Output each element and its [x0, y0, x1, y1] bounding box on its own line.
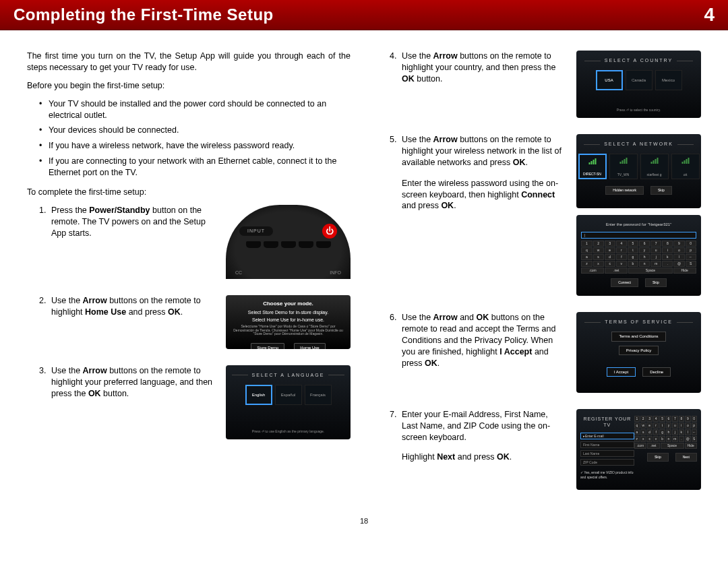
step-2: 2. Use the Arrow buttons on the remote t…: [39, 295, 351, 349]
step-6: 6. Use the Arrow and OK buttons on the r…: [390, 312, 701, 393]
step-3-text: Use the Arrow buttons on the remote to h…: [51, 365, 214, 400]
step-6-text: Use the Arrow and OK buttons on the remo…: [402, 312, 564, 369]
step-7: 7. Enter your E-mail Address, First Name…: [390, 409, 701, 490]
step-5-text: Use the Arrow buttons on the remote to h…: [402, 134, 564, 218]
step-4-text: Use the Arrow buttons on the remote to h…: [402, 51, 564, 85]
before-item: If you have a wireless network, have the…: [39, 140, 351, 152]
before-list: Your TV should be installed and the powe…: [39, 98, 351, 179]
tos-thumbnail: TERMS OF SERVICE Terms and Conditions Pr…: [576, 312, 701, 393]
before-item: Your TV should be installed and the powe…: [39, 98, 351, 121]
step-7-text: Enter your E-mail Address, First Name, L…: [402, 409, 564, 470]
step-1-text: Press the Power/Standby button on the re…: [51, 205, 214, 239]
page-number: 18: [0, 513, 728, 533]
step-1: 1. Press the Power/Standby button on the…: [39, 205, 351, 279]
network-thumbnail: SELECT A NETWORK DIRECT-SN TV_WN starfle…: [576, 134, 701, 208]
steps-left: 1. Press the Power/Standby button on the…: [39, 205, 351, 439]
password-thumbnail: Enter the password for "Netgear321" | 12…: [576, 215, 701, 296]
chapter-number: 4: [704, 4, 715, 26]
before-item: Your devices should be connected.: [39, 125, 351, 136]
page-body: The first time you turn on the TV, the S…: [0, 30, 728, 513]
mode-thumbnail: Choose your mode. Select Store Demo for …: [226, 295, 351, 349]
power-button-icon: ⏻: [322, 224, 337, 239]
before-item: If you are connecting to your network wi…: [39, 156, 351, 179]
before-label: Before you begin the first-time setup:: [27, 80, 351, 92]
complete-label: To complete the first-time setup:: [27, 187, 351, 198]
steps-right: 4. Use the Arrow buttons on the remote t…: [390, 51, 701, 490]
step-5: 5. Use the Arrow buttons on the remote t…: [390, 134, 701, 296]
chapter-header: Completing the First-Time Setup 4: [0, 0, 728, 30]
chapter-title: Completing the First-Time Setup: [13, 5, 274, 24]
intro-text: The first time you turn on the TV, the S…: [27, 51, 351, 73]
step-4: 4. Use the Arrow buttons on the remote t…: [390, 51, 701, 118]
step-2-text: Use the Arrow buttons on the remote to h…: [51, 295, 214, 318]
input-button-icon: INPUT: [239, 226, 273, 236]
remote-thumbnail: INPUT ⏻ CC INFO: [226, 205, 351, 279]
right-column: 4. Use the Arrow buttons on the remote t…: [377, 51, 701, 506]
country-thumbnail: SELECT A COUNTRY USA Canada Mexico Press…: [576, 51, 701, 118]
language-thumbnail: SELECT A LANGUAGE English Español França…: [226, 365, 351, 439]
left-column: The first time you turn on the TV, the S…: [27, 51, 351, 506]
step-3: 3. Use the Arrow buttons on the remote t…: [39, 365, 351, 439]
register-thumbnail: REGISTER YOUR TV ▸ Enter E-mail First Na…: [576, 409, 701, 490]
